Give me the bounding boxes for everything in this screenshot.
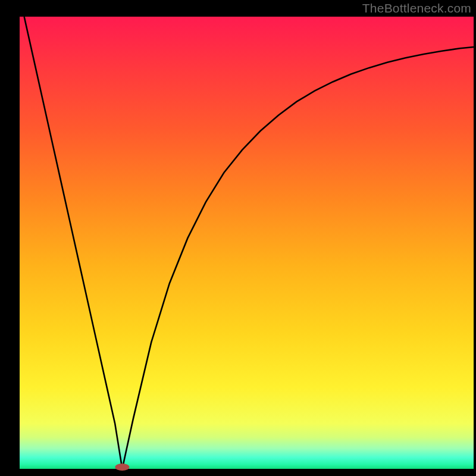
watermark-text: TheBottleneck.com bbox=[362, 1, 471, 15]
bottleneck-chart bbox=[0, 0, 476, 476]
chart-frame: TheBottleneck.com bbox=[0, 0, 476, 476]
minimum-marker bbox=[115, 464, 129, 471]
plot-background bbox=[20, 17, 474, 469]
